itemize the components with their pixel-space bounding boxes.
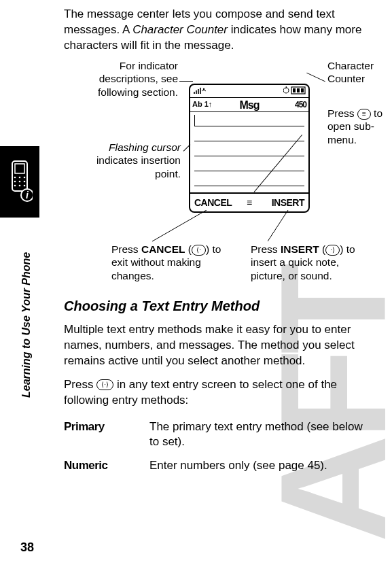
screen-header: Ab 1↑ Msg 450: [190, 98, 308, 112]
svg-point-9: [14, 185, 16, 187]
method-name-numeric: Numeric: [64, 455, 149, 479]
phone-screen: Ab 1↑ Msg 450 CANCEL ≡ INSERT: [189, 84, 310, 213]
svg-point-5: [24, 177, 26, 179]
svg-rect-1: [15, 164, 24, 173]
signal-icon: [193, 87, 209, 98]
svg-point-6: [14, 181, 16, 183]
page-number: 38: [20, 540, 34, 555]
callout-cancel-po: (: [185, 243, 192, 255]
p2-prefix: Press: [64, 378, 96, 391]
callout-submenu-prefix: Press: [327, 107, 357, 119]
sidebar-section-title: Learning to Use Your Phone: [20, 252, 33, 398]
table-row: Primary The primary text entry method (s…: [64, 417, 378, 456]
callout-insert: Press INSERT (⋅⟩) to insert a quick note…: [251, 243, 376, 282]
callout-cancel-bold: CANCEL: [141, 243, 185, 255]
status-bar: [190, 85, 308, 98]
left-softkey-icon: ⟨⋅: [192, 245, 206, 256]
method-desc-primary: The primary text entry method (see below…: [149, 417, 378, 456]
svg-point-10: [19, 185, 21, 187]
svg-line-20: [268, 210, 288, 241]
callout-insert-prefix: Press: [251, 243, 281, 255]
callout-cursor-italic: Flashing cursor: [109, 141, 181, 153]
svg-rect-17: [297, 88, 300, 92]
lead-line: [152, 210, 213, 243]
callout-character-counter: Character Counter: [327, 59, 389, 86]
intro-italic: Character Counter: [132, 23, 228, 36]
svg-line-19: [152, 210, 207, 241]
callout-insert-bold: INSERT: [281, 243, 319, 255]
character-counter-value: 450: [295, 99, 306, 110]
callout-cursor-rest: indicates insertion point.: [96, 154, 181, 179]
section-paragraph-1: Multiple text entry methods make it easy…: [64, 322, 378, 369]
phone-icon: i: [7, 160, 33, 204]
softkey-bar: CANCEL ≡ INSERT: [190, 192, 308, 211]
right-softkey-icon: ⋅⟩: [325, 245, 340, 256]
svg-point-3: [14, 177, 16, 179]
sidebar-tab: i: [0, 146, 39, 218]
screen-title: Msg: [190, 98, 308, 113]
menu-key-icon: ⟨⋅⟩: [96, 379, 113, 390]
callout-cursor: Flashing cursor indicates insertion poin…: [77, 141, 181, 180]
message-center-diagram: Ab 1↑ Msg 450 CANCEL ≡ INSERT For indica…: [64, 59, 378, 297]
svg-point-7: [19, 181, 21, 183]
lead-line: [268, 210, 308, 243]
method-name-primary: Primary: [64, 417, 149, 456]
svg-point-14: [203, 88, 204, 90]
method-desc-numeric: Enter numbers only (see page 45).: [149, 455, 378, 479]
section-heading: Choosing a Text Entry Method: [64, 297, 378, 315]
intro-paragraph: The message center lets you compose and …: [64, 7, 378, 54]
text-cursor: [194, 115, 196, 126]
lead-line: [306, 73, 325, 82]
svg-point-11: [24, 185, 26, 187]
lead-line: [179, 81, 193, 82]
message-body: [190, 112, 308, 192]
menu-key-icon: ≡: [357, 109, 371, 120]
battery-icon: [283, 86, 306, 97]
entry-methods-table: Primary The primary text entry method (s…: [64, 417, 378, 480]
callout-insert-po: (: [319, 243, 325, 255]
softkey-right: INSERT: [272, 196, 304, 209]
section-paragraph-2: Press ⟨⋅⟩ in any text entry screen to se…: [64, 377, 378, 409]
svg-rect-18: [301, 88, 304, 92]
callout-submenu: Press ≡ to open sub-menu.: [327, 107, 392, 146]
callout-indicators: For indicator descriptions, see followin…: [96, 59, 178, 99]
svg-point-8: [24, 181, 26, 183]
callout-cancel: Press CANCEL (⟨⋅) to exit without making…: [111, 243, 230, 282]
callout-cancel-prefix: Press: [111, 243, 141, 255]
svg-point-4: [19, 177, 21, 179]
svg-rect-16: [293, 88, 296, 92]
table-row: Numeric Enter numbers only (see page 45)…: [64, 455, 378, 479]
